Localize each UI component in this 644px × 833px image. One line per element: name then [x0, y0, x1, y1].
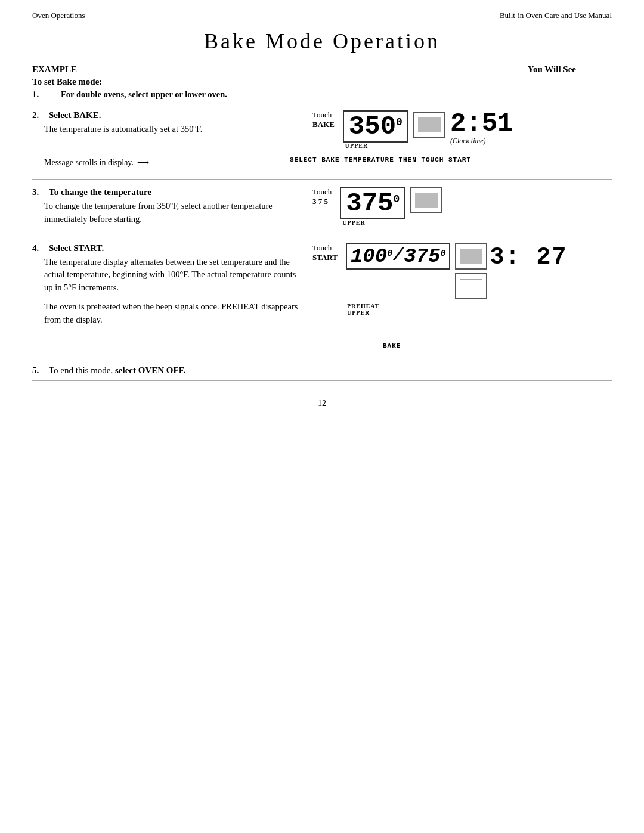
you-will-see: You Will See — [528, 64, 612, 75]
page-title: Bake Mode Operation — [204, 29, 440, 53]
step4-header: Select START. — [49, 243, 104, 253]
step4-temp1: 100 — [351, 246, 387, 267]
step2-select-msg: SELECT BAKE TEMPERATURE THEN TOUCH START — [290, 156, 471, 163]
step4-block: 4. Select START. The temperature display… — [32, 236, 612, 357]
step3-left: 3. To change the temperature To change t… — [32, 187, 306, 228]
example-label: EXAMPLE — [32, 64, 227, 75]
step3-right: Touch 3 7 5 3750 UPPER — [306, 187, 612, 228]
example-section: EXAMPLE To set Bake mode: 1. For double … — [32, 64, 227, 100]
step3-content: 3. To change the temperature To change t… — [32, 187, 612, 228]
step2-temp: 350 — [349, 113, 396, 140]
step5-bold: select OVEN OFF. — [115, 366, 185, 375]
step4-temp2-sup: 0 — [440, 249, 445, 258]
step4-bake: BAKE — [383, 342, 401, 349]
step5-block: 5. To end this mode, select OVEN OFF. — [32, 357, 612, 381]
step4-right: Touch START 1000/3750 — [306, 243, 612, 349]
step4-upper: UPPER — [347, 309, 370, 316]
step4-touch-value: START — [312, 253, 338, 262]
step4-slash: / — [393, 246, 404, 264]
step2-upper: UPPER — [345, 143, 368, 149]
step2-block: 2. Select BAKE. The temperature is autom… — [32, 103, 612, 180]
page-title-area: Bake Mode Operation — [0, 24, 644, 64]
step1-number: 1. — [32, 89, 49, 100]
step2-touch-value: BAKE — [312, 120, 335, 129]
page-number: 12 — [0, 399, 644, 408]
step4-preheat: PREHEAT — [347, 303, 380, 309]
step3-touch-label: Touch — [312, 187, 332, 197]
step4-left: 4. Select START. The temperature display… — [32, 243, 306, 349]
step4-display-box-top — [460, 249, 482, 264]
step4-display-box-bottom — [460, 279, 482, 293]
header-right: Built-in Oven Care and Use Manual — [500, 11, 612, 20]
step3-block: 3. To change the temperature To change t… — [32, 180, 612, 236]
step4-number: 4. — [32, 243, 49, 253]
step3-display-box — [415, 193, 438, 208]
step4-body2: The oven is preheated when the beep sign… — [44, 301, 306, 327]
step2-right: Touch BAKE 3500 UPPER — [306, 110, 612, 149]
step3-touch-value: 3 7 5 — [312, 197, 328, 206]
step2-content: 2. Select BAKE. The temperature is autom… — [32, 110, 612, 149]
step1-text: For double ovens, select upper or lower … — [61, 89, 227, 100]
step4-body1: The temperature display alternates betwe… — [44, 256, 306, 295]
step2-clock: 2:51 — [450, 110, 513, 137]
step4-touch-label: Touch — [312, 243, 332, 253]
step3-header: To change the temperature — [49, 187, 151, 197]
step2-touch-label: Touch — [312, 110, 332, 120]
step2-clock-label: (Clock time) — [450, 137, 486, 145]
step3-upper: UPPER — [342, 219, 365, 226]
step4-clock: 3: 27 — [490, 246, 567, 270]
to-set-label: To set Bake mode: — [32, 77, 227, 87]
page-header: Oven Operations Built-in Oven Care and U… — [0, 0, 644, 24]
step3-body1: To change the temperature from 350ºF, se… — [44, 200, 306, 226]
step2-body: The temperature is automatically set at … — [44, 123, 306, 136]
step5-text: To end this mode, select OVEN OFF. — [49, 366, 185, 376]
header-left: Oven Operations — [32, 11, 85, 20]
step2-left: 2. Select BAKE. The temperature is autom… — [32, 110, 306, 149]
step2-display-box — [418, 117, 441, 132]
step4-temp1-sup: 0 — [387, 249, 392, 258]
step3-temp-sup: 0 — [394, 194, 400, 205]
step2-header: Select BAKE. — [49, 110, 101, 120]
step2-temp-sup: 0 — [396, 117, 402, 128]
step5-number: 5. — [32, 366, 49, 376]
step4-temp2: 375 — [404, 246, 440, 267]
step2-message-scrolls: Message scrolls in display. ⟶ — [44, 157, 149, 168]
arrow-right-icon: ⟶ — [137, 157, 149, 168]
content-area: EXAMPLE To set Bake mode: 1. For double … — [0, 64, 644, 381]
step3-temp: 375 — [346, 190, 393, 216]
step2-number: 2. — [32, 110, 49, 120]
step4-content: 4. Select START. The temperature display… — [32, 243, 612, 349]
step3-number: 3. — [32, 187, 49, 197]
